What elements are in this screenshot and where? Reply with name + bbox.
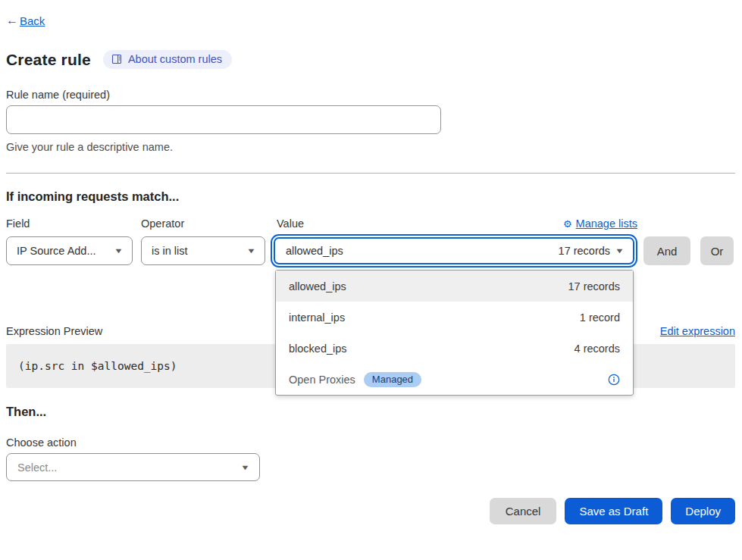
cancel-button[interactable]: Cancel [490, 498, 557, 524]
chevron-down-icon: ▼ [246, 247, 256, 255]
match-heading: If incoming requests match... [6, 189, 735, 204]
back-arrow-icon: ← [6, 14, 18, 27]
manage-lists-label: Manage lists [576, 217, 637, 230]
book-icon [111, 54, 122, 64]
chevron-down-icon: ▼ [240, 464, 250, 471]
field-select-value: IP Source Add... [17, 245, 96, 257]
then-heading: Then... [6, 405, 735, 419]
footer-actions: Cancel Save as Draft Deploy [6, 498, 735, 524]
save-draft-button[interactable]: Save as Draft [565, 498, 662, 524]
gear-icon: ⚙ [563, 218, 572, 230]
value-select-name: allowed_ips [286, 245, 343, 257]
list-item-name: Open Proxies [289, 374, 355, 386]
list-item-name: internal_ips [289, 311, 345, 324]
list-item-allowed-ips[interactable]: allowed_ips 17 records [276, 271, 633, 302]
managed-badge: Managed [364, 372, 421, 387]
value-select[interactable]: allowed_ips 17 records ▼ [274, 237, 634, 264]
list-item-name: blocked_ips [289, 343, 347, 355]
match-condition-row: IP Source Add... ▼ is in list ▼ allowed_… [6, 234, 735, 267]
create-rule-page: ←Back Create rule About custom rules Rul… [0, 0, 742, 524]
or-button[interactable]: Or [700, 236, 734, 265]
operator-select-value: is in list [152, 245, 188, 257]
manage-lists-link[interactable]: ⚙ Manage lists [563, 217, 637, 230]
list-item-blocked-ips[interactable]: blocked_ips 4 records [276, 333, 633, 364]
value-label: Value [277, 217, 304, 230]
field-label: Field [6, 217, 141, 230]
about-badge-label: About custom rules [128, 53, 222, 65]
value-select-records: 17 records [559, 245, 611, 257]
edit-expression-link[interactable]: Edit expression [660, 325, 735, 337]
deploy-button[interactable]: Deploy [671, 498, 735, 524]
back-link[interactable]: ←Back [6, 14, 45, 27]
field-select[interactable]: IP Source Add... ▼ [6, 236, 133, 265]
list-item-records: 1 record [580, 311, 620, 324]
chevron-down-icon: ▼ [615, 247, 625, 255]
page-title: Create rule [6, 51, 91, 69]
list-item-open-proxies[interactable]: Open Proxies Managed [276, 364, 633, 395]
value-select-focus-ring: allowed_ips 17 records ▼ allowed_ips 17 … [271, 234, 637, 267]
expression-preview-label: Expression Preview [6, 325, 102, 337]
page-header: Create rule About custom rules [6, 50, 735, 69]
match-labels-row: Field Operator Value ⚙ Manage lists [6, 217, 735, 230]
chevron-down-icon: ▼ [114, 247, 124, 255]
section-divider [6, 173, 735, 174]
rule-name-label: Rule name (required) [6, 89, 735, 101]
list-item-name: allowed_ips [289, 280, 346, 293]
operator-select[interactable]: is in list ▼ [141, 236, 265, 265]
back-link-label: Back [20, 14, 45, 27]
action-select-placeholder: Select... [17, 461, 57, 474]
rule-name-helper: Give your rule a descriptive name. [6, 141, 735, 153]
expression-code: (ip.src in $allowed_ips) [18, 360, 177, 372]
info-icon[interactable] [608, 374, 620, 386]
rule-name-input[interactable] [6, 105, 441, 134]
list-item-internal-ips[interactable]: internal_ips 1 record [276, 302, 633, 333]
list-item-records: 17 records [568, 280, 620, 293]
choose-action-label: Choose action [6, 436, 735, 449]
list-item-records: 4 records [575, 343, 620, 355]
and-button[interactable]: And [643, 236, 690, 265]
action-select[interactable]: Select... ▼ [6, 453, 260, 481]
operator-label: Operator [141, 217, 271, 230]
lists-dropdown: allowed_ips 17 records internal_ips 1 re… [275, 270, 634, 396]
about-custom-rules-badge[interactable]: About custom rules [103, 50, 232, 69]
